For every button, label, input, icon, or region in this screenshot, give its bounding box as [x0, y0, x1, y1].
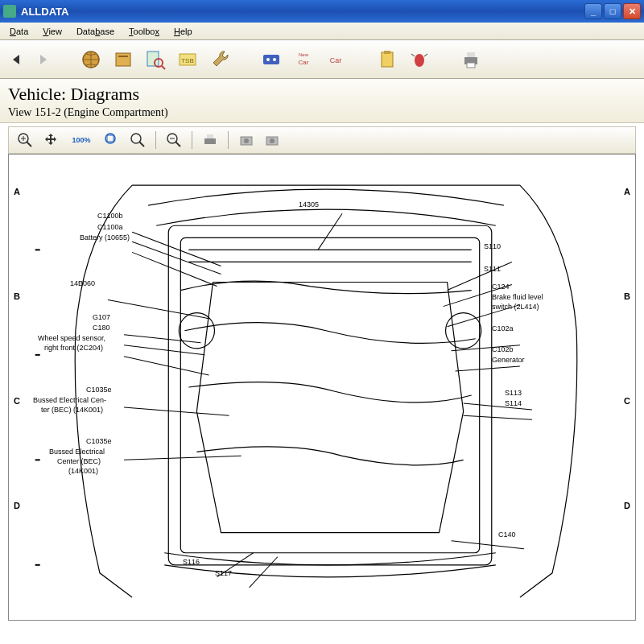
svg-rect-8 [263, 55, 279, 64]
svg-line-23 [27, 142, 31, 147]
grid-row-c-left: C [14, 396, 20, 406]
book-icon [112, 48, 134, 71]
page-subtitle: View 151-2 (Engine Compartment) [8, 106, 636, 119]
svg-line-62 [250, 557, 278, 588]
viewer-toolbar: 100% [8, 126, 636, 154]
diagram-label: S116 [183, 559, 200, 567]
diagram-label: S113 [505, 390, 522, 398]
grid-row-b-left: B [14, 291, 20, 301]
close-button[interactable]: ✕ [623, 3, 641, 19]
zoom-100-button[interactable]: 100% [65, 130, 97, 151]
tool-search-button[interactable] [142, 46, 169, 73]
diagram-viewer[interactable]: A B C D A B C D [8, 154, 636, 621]
tool-clipboard-button[interactable] [374, 46, 401, 73]
svg-rect-34 [207, 134, 213, 138]
window-controls: _ □ ✕ [584, 3, 641, 19]
diagram-label: S111 [484, 266, 501, 274]
tool-book-button[interactable] [109, 46, 137, 73]
forward-button[interactable] [32, 49, 53, 70]
grid-row-a-left: A [14, 187, 20, 196]
svg-rect-1 [116, 53, 130, 66]
menu-help[interactable]: Help [167, 25, 199, 38]
svg-line-50 [124, 407, 229, 415]
zoom-region-button[interactable] [126, 130, 149, 151]
zoom-out-button[interactable] [163, 130, 185, 151]
page-title: Vehicle: Diagrams [8, 84, 636, 105]
svg-line-17 [411, 54, 415, 56]
diagram-label: Generator [492, 357, 525, 365]
printer-icon [202, 132, 218, 148]
camera-icon [264, 132, 280, 148]
diagram-label: C1035e [86, 386, 112, 394]
svg-rect-14 [382, 52, 393, 67]
diagram-label: C102b [492, 346, 514, 354]
diagram-label: switch (2L414) [492, 303, 539, 312]
diagram-label: right front (2C204) [44, 345, 103, 353]
menu-database[interactable]: Database [70, 25, 121, 38]
maximize-button[interactable]: □ [604, 3, 621, 19]
svg-line-51 [124, 456, 242, 460]
menu-toolbox[interactable]: Toolbox [122, 25, 166, 38]
tool-bug-button[interactable] [406, 46, 433, 73]
tool-diag-button[interactable] [258, 46, 285, 73]
diagram-label: Bussed Electrical Cen- [33, 397, 106, 405]
diagram-label: C102a [492, 325, 514, 333]
camera2-button[interactable] [261, 130, 283, 151]
diagram-label: Wheel speed sensor, [38, 335, 105, 343]
diagram-label: Bussed Electrical [49, 448, 105, 456]
svg-rect-2 [118, 56, 128, 57]
minimize-button[interactable]: _ [584, 3, 602, 19]
tool-print-button[interactable] [457, 46, 485, 73]
diagram-label: S117 [215, 570, 232, 578]
window-title: ALLDATA [21, 6, 584, 18]
svg-line-58 [464, 403, 532, 410]
svg-point-10 [273, 58, 276, 61]
zoom-fit-button[interactable] [101, 130, 123, 151]
tsb-icon: TSB [176, 48, 199, 71]
svg-text:TSB: TSB [181, 57, 194, 64]
diagram-label: C140 [498, 531, 516, 539]
menu-data[interactable]: Data [3, 25, 35, 38]
diagram-label: 14B060 [70, 280, 95, 288]
svg-rect-20 [467, 52, 475, 57]
tool-newcar-button[interactable]: NewCar [290, 46, 317, 73]
svg-line-49 [124, 357, 208, 375]
tool-wrench-button[interactable] [206, 46, 233, 73]
svg-rect-40 [180, 237, 479, 552]
diagram-label: C1035e [86, 438, 112, 446]
svg-rect-15 [384, 51, 390, 54]
diagram-label: Center (BEC) [57, 458, 101, 466]
tool-globe-button[interactable] [77, 46, 105, 73]
pan-button[interactable] [39, 130, 62, 151]
viewer-print-button[interactable] [199, 130, 221, 151]
zoom-in-button[interactable] [14, 130, 36, 151]
car-icon: Car [324, 48, 347, 71]
diagram-label: Battery (10655) [80, 234, 130, 242]
svg-line-5 [162, 66, 165, 69]
svg-point-9 [266, 58, 270, 61]
grid-row-d-right: D [624, 501, 630, 510]
svg-rect-27 [107, 135, 114, 142]
globe-icon [80, 48, 102, 71]
tool-car-button[interactable]: Car [322, 46, 349, 73]
diagram-label: 14305 [299, 201, 319, 209]
menu-bar: Data View Database Toolbox Help [0, 23, 644, 40]
diagram-label: C180 [93, 324, 110, 332]
bug-icon [408, 48, 431, 71]
tool-tsb-button[interactable]: TSB [174, 46, 201, 73]
wrench-icon [208, 48, 231, 71]
grid-row-a-right: A [624, 187, 630, 196]
grid-row-b-right: B [624, 291, 630, 301]
new-car-icon: NewCar [292, 48, 315, 71]
menu-view[interactable]: View [36, 25, 68, 38]
main-toolbar: TSB NewCar Car [0, 40, 644, 79]
svg-line-60 [452, 541, 524, 549]
diagram-label: (14K001) [68, 468, 98, 476]
window-titlebar: ALLDATA _ □ ✕ [0, 0, 644, 23]
svg-text:Car: Car [330, 56, 342, 64]
svg-point-16 [415, 54, 424, 67]
diagram-label: C1100a [97, 224, 123, 232]
camera1-button[interactable] [235, 130, 258, 151]
svg-line-18 [424, 54, 427, 56]
back-button[interactable] [6, 49, 27, 70]
